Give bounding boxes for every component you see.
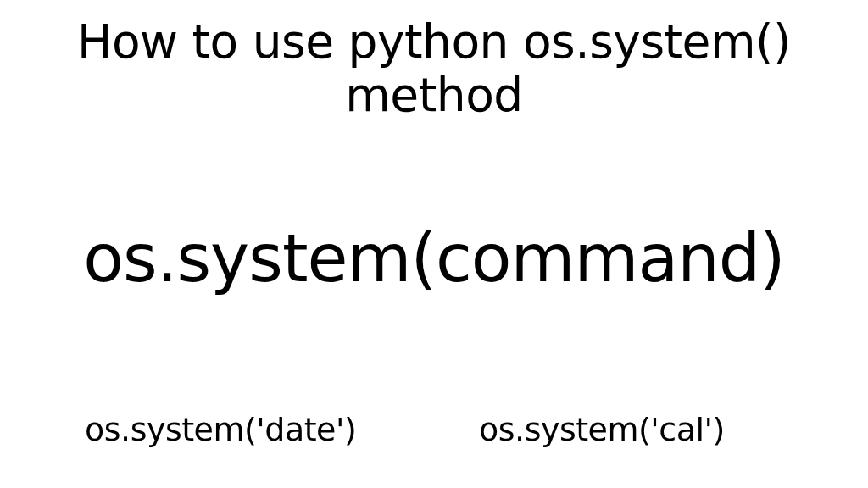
example-cal: os.system('cal')	[479, 411, 725, 448]
slide-title: How to use python os.system() method	[0, 15, 868, 123]
example-date: os.system('date')	[85, 411, 356, 448]
syntax-text: os.system(command)	[0, 220, 868, 297]
